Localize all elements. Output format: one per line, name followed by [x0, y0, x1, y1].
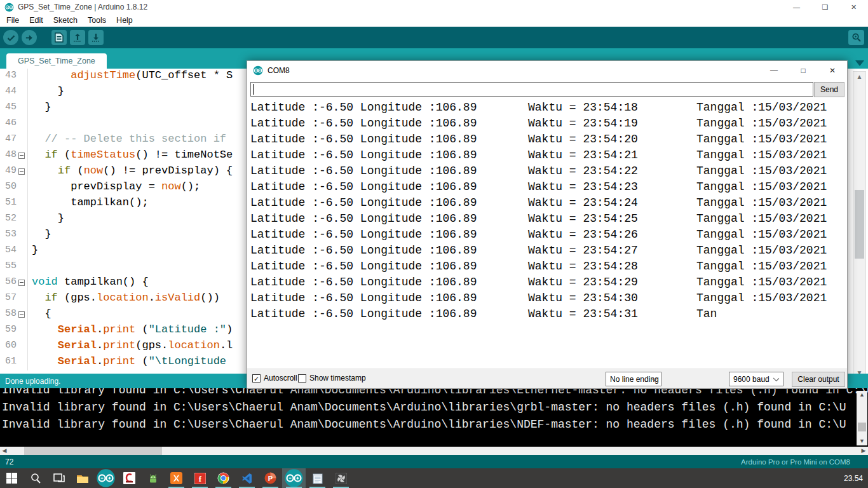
menu-file[interactable]: File [1, 15, 24, 26]
menu-help[interactable]: Help [111, 15, 138, 26]
line-gutter: 44 [0, 85, 28, 100]
chevron-down-icon [773, 376, 779, 381]
taskbar-task-view-icon[interactable] [47, 468, 71, 488]
upload-button[interactable] [22, 30, 37, 45]
console-scrollbar[interactable]: ▲ ▼ [857, 391, 867, 445]
taskbar-codevision-avr-icon[interactable] [118, 468, 141, 488]
line-gutter: 56 [0, 275, 28, 291]
ide-toolbar [0, 27, 868, 48]
taskbar-vscode-icon[interactable] [235, 468, 259, 488]
console-scroll-up-icon[interactable]: ▲ [857, 391, 867, 399]
serial-row: Latitude :-6.50 Longitude :106.89Waktu =… [247, 132, 847, 148]
open-button[interactable] [70, 30, 85, 45]
line-gutter: 45 [0, 100, 28, 116]
line-gutter: 59 [0, 323, 28, 339]
save-button[interactable] [88, 30, 104, 45]
checkbox-unchecked-icon[interactable] [298, 374, 306, 383]
line-gutter: 54 [0, 243, 28, 259]
serial-monitor-button[interactable] [848, 30, 864, 45]
serial-maximize-button[interactable]: □ [789, 61, 818, 80]
scroll-right-icon[interactable]: ▶ [859, 447, 868, 455]
fold-marker-icon[interactable] [18, 168, 25, 175]
taskbar-search-icon[interactable] [24, 468, 47, 488]
line-gutter: 57 [0, 291, 28, 307]
horizontal-scrollbar[interactable]: ◀ ▶ [0, 447, 868, 455]
arduino-logo-icon [4, 3, 14, 12]
serial-row: Latitude :-6.50 Longitude :106.89Waktu =… [247, 164, 847, 180]
serial-close-button[interactable]: ✕ [818, 61, 847, 80]
serial-input[interactable] [250, 82, 813, 97]
taskbar-clock[interactable]: 23.54 [844, 468, 863, 488]
serial-row: Latitude :-6.50 Longitude :106.89Waktu =… [247, 148, 847, 164]
line-gutter: 43 [0, 69, 28, 85]
console-scroll-down-icon[interactable]: ▼ [857, 437, 867, 445]
send-button[interactable]: Send [814, 82, 844, 97]
serial-output[interactable]: Latitude :-6.50 Longitude :106.89Waktu =… [247, 100, 847, 369]
ide-titlebar: GPS_Set_Time_Zone | Arduino 1.8.12 — ❏ ✕ [0, 0, 868, 14]
serial-bottombar: ✓ Autoscroll Show timestamp No line endi… [247, 369, 847, 388]
line-gutter: 48 [0, 148, 28, 164]
baud-rate-dropdown[interactable]: 9600 baud [729, 372, 783, 386]
serial-row: Latitude :-6.50 Longitude :106.89Waktu =… [247, 227, 847, 243]
menu-edit[interactable]: Edit [24, 15, 48, 26]
taskbar-arduino-pinned-icon[interactable] [94, 468, 118, 488]
editor-scrollbar-thumb[interactable] [855, 190, 864, 259]
tab-dropdown-icon[interactable] [855, 60, 864, 66]
upload-status-text: Done uploading. [5, 377, 60, 386]
taskbar-chrome-icon[interactable] [212, 468, 235, 488]
serial-monitor-window: COM8 — □ ✕ Send Latitude :-6.50 Longitud… [247, 60, 848, 389]
screen: GPS_Set_Time_Zone | Arduino 1.8.12 — ❏ ✕… [0, 0, 868, 488]
console-line: Invalid library found in C:\Users\Chaeru… [2, 418, 868, 435]
serial-row: Latitude :-6.50 Longitude :106.89Waktu =… [247, 275, 847, 291]
line-gutter: 49 [0, 164, 28, 180]
taskbar-xampp-icon[interactable] [165, 468, 188, 488]
menu-tools[interactable]: Tools [83, 15, 111, 26]
taskbar-powerpoint-icon[interactable]: P [259, 468, 282, 488]
restore-button[interactable]: ❏ [811, 0, 839, 14]
line-gutter: 55 [0, 259, 28, 275]
menu-sketch[interactable]: Sketch [48, 15, 83, 26]
fold-marker-icon[interactable] [18, 311, 25, 318]
scroll-left-icon[interactable]: ◀ [0, 447, 9, 455]
svg-text:f: f [198, 474, 201, 484]
editor-scrollbar[interactable]: ▲ ▼ [853, 71, 866, 378]
serial-row: Latitude :-6.50 Longitude :106.89Waktu =… [247, 180, 847, 196]
board-port-indicator: Arduino Pro or Pro Mini on COM8 [741, 458, 850, 466]
clear-output-button[interactable]: Clear output [792, 372, 845, 387]
checkbox-checked-icon[interactable]: ✓ [252, 374, 261, 383]
menu-bar: FileEditSketchToolsHelp [0, 14, 868, 27]
serial-row: Latitude :-6.50 Longitude :106.89Waktu =… [247, 212, 847, 227]
line-gutter: 51 [0, 196, 28, 212]
serial-row: Latitude :-6.50 Longitude :106.89Waktu =… [247, 196, 847, 212]
line-gutter: 52 [0, 212, 28, 227]
line-gutter: 46 [0, 116, 28, 132]
taskbar-icons: fP [0, 468, 353, 488]
serial-minimize-button[interactable]: — [759, 61, 789, 80]
line-gutter: 61 [0, 355, 28, 370]
scroll-up-icon[interactable]: ▲ [853, 72, 865, 81]
sketch-tab[interactable]: GPS_Set_Time_Zone [6, 53, 107, 69]
taskbar-f-red-app-icon[interactable]: f [188, 468, 212, 488]
horizontal-scrollbar-thumb[interactable] [24, 447, 162, 455]
new-button[interactable] [51, 30, 67, 45]
autoscroll-checkbox[interactable]: ✓ Autoscroll [252, 374, 297, 383]
verify-button[interactable] [3, 30, 18, 45]
serial-input-row: Send [247, 80, 847, 99]
ide-console: Invalid library found in C:\Users\Chaeru… [0, 388, 868, 447]
serial-title: COM8 [268, 66, 290, 75]
taskbar-arduino-ide-icon[interactable] [282, 468, 306, 488]
taskbar-android-studio-icon[interactable] [141, 468, 165, 488]
fold-marker-icon[interactable] [18, 280, 25, 286]
fold-marker-icon[interactable] [18, 152, 25, 159]
taskbar-sharex-icon[interactable] [329, 468, 353, 488]
ide-statusbar: 72 Arduino Pro or Pro Mini on COM8 [0, 455, 868, 468]
close-button[interactable]: ✕ [839, 0, 868, 14]
console-line: Invalid library found in C:\Users\Chaeru… [2, 388, 868, 401]
console-scrollbar-thumb[interactable] [858, 423, 866, 431]
line-ending-dropdown[interactable]: No line ending [606, 372, 661, 386]
taskbar-file-explorer-icon[interactable] [71, 468, 94, 488]
show-timestamp-checkbox[interactable]: Show timestamp [298, 374, 366, 383]
minimize-button[interactable]: — [782, 0, 811, 14]
taskbar-notepad-icon[interactable] [306, 468, 329, 488]
taskbar-start-icon[interactable] [0, 468, 24, 488]
